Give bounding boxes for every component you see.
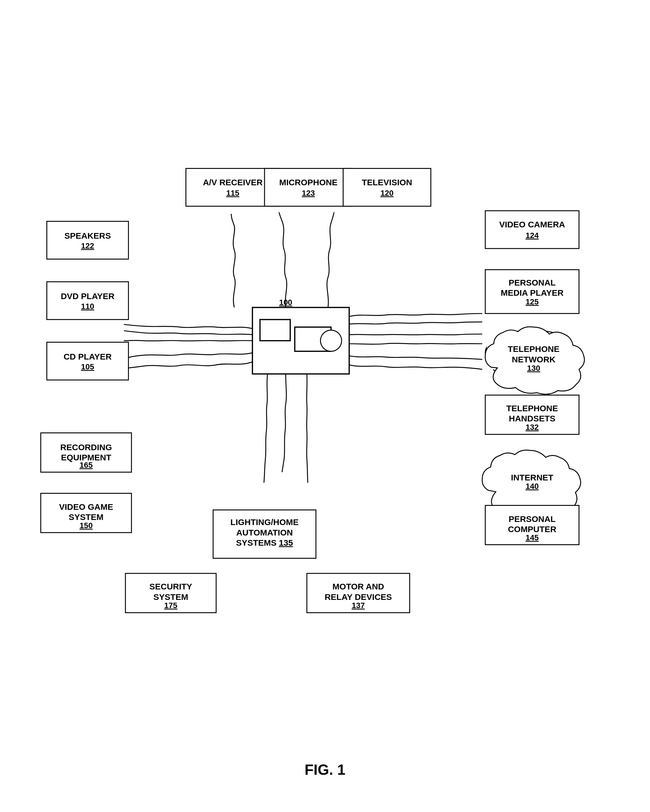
tel-network-label-line2: NETWORK [512,355,555,364]
conn-av-receiver [231,214,235,308]
av-receiver-number: 115 [226,189,239,197]
conn-tel-handsets [349,343,482,344]
pc-label-line2: COMPUTER [508,525,557,534]
conn-dvd-player [124,331,252,335]
tel-handsets-number: 132 [526,423,539,432]
tel-network-number: 130 [527,364,540,372]
tel-handsets-label-line1: TELEPHONE [506,404,558,413]
video-camera-number: 124 [526,231,539,240]
tel-handsets-label-line2: HANDSETS [509,414,555,423]
pc-number: 145 [526,533,539,542]
conn-recording [124,353,252,359]
lighting-label-line1: LIGHTING/HOME [230,517,298,527]
recording-number: 165 [80,461,92,469]
conn-tel-network [349,334,482,335]
video-camera-box [485,211,579,249]
conn-pmp [349,322,482,324]
conn-security [264,374,268,483]
motor-label-line2: RELAY DEVICES [325,592,392,601]
speakers-label: SPEAKERS [64,231,111,240]
center-inner-circle [320,330,342,351]
videogame-label-line1: VIDEO GAME [59,502,113,511]
videogame-number: 150 [80,521,92,530]
video-camera-label: VIDEO CAMERA [499,220,565,229]
television-box [343,168,431,206]
lighting-label-line2: AUTOMATION [236,528,293,537]
conn-video-camera [349,313,482,317]
motor-number: 137 [352,601,365,610]
page-container: .device-rect { fill: white; stroke: blac… [0,0,650,812]
internet-label: INTERNET [511,473,553,482]
diagram-area: .device-rect { fill: white; stroke: blac… [23,23,627,756]
internet-number: 140 [526,482,539,491]
conn-television [327,212,334,308]
tel-network-label-line1: TELEPHONE [508,344,560,354]
conn-lighting [282,374,286,472]
motor-label-line1: MOTOR AND [332,582,384,591]
pc-label-line1: PERSONAL [509,514,555,524]
telephone-network-cloud: TELEPHONE NETWORK 130 [485,327,584,394]
conn-videogame [124,362,252,369]
lighting-label-line3: SYSTEMS 135 [236,538,293,547]
cd-player-label: CD PLAYER [64,352,112,361]
security-label-line2: SYSTEM [153,592,188,601]
videogame-label-line2: SYSTEM [69,512,103,522]
dvd-player-label: DVD PLAYER [61,292,115,301]
conn-microphone [279,212,286,308]
conn-cd-player [124,340,252,341]
dvd-player-number: 110 [81,302,94,311]
figure-label: FIG. 1 [304,761,345,778]
conn-internet [349,356,482,360]
microphone-number: 123 [302,189,315,197]
conn-pc [349,365,482,369]
microphone-box [265,168,352,206]
security-label-line1: SECURITY [150,582,192,591]
security-number: 175 [164,601,177,610]
conn-speakers [124,325,252,329]
speakers-number: 122 [81,241,94,250]
pmp-label-line2: MEDIA PLAYER [501,288,564,298]
cd-player-number: 105 [81,362,94,371]
conn-motor [307,374,308,483]
av-receiver-label: A/V RECEIVER [203,178,263,187]
pmp-label-line1: PERSONAL [509,278,555,287]
center-inner-rect1 [260,319,290,340]
television-number: 120 [381,189,393,197]
pmp-number: 125 [526,298,539,306]
recording-label-line1: RECORDING [60,443,112,452]
television-label: TELEVISION [362,178,412,187]
diagram-svg: .device-rect { fill: white; stroke: blac… [23,23,627,756]
microphone-label: MICROPHONE [279,178,338,187]
